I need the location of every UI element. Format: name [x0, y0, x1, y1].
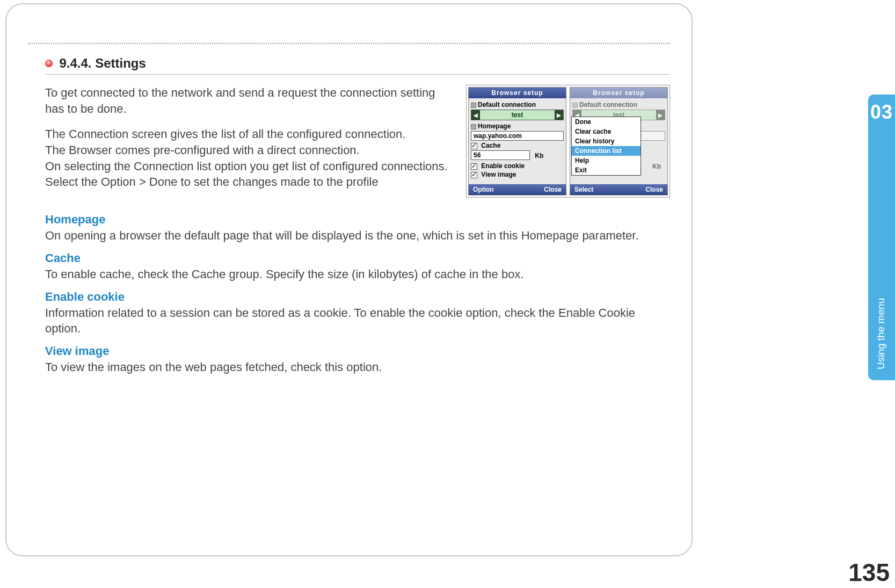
grip-icon	[471, 103, 476, 108]
menu-item-connection-list[interactable]: Connection list	[572, 146, 641, 156]
phone-a-softkey-right[interactable]: Close	[544, 186, 562, 193]
phone-a-cookie-checkbox[interactable]	[471, 163, 477, 170]
dotted-rule	[28, 43, 670, 44]
page-number: 135	[848, 558, 890, 587]
phone-a-cache-input[interactable]: 56	[471, 150, 530, 160]
phone-b-softkey-right[interactable]: Close	[645, 186, 663, 193]
phone-a-selector-value: test	[480, 110, 555, 120]
phone-screenshot-a: Browser setup Default connection ◀ test …	[468, 87, 566, 195]
definition-list: Homepage On opening a browser the defaul…	[45, 213, 670, 375]
phone-a-homepage-input[interactable]: wap.yahoo.com	[471, 131, 564, 141]
phone-a-title: Browser setup	[469, 88, 566, 98]
intro-p2: The Connection screen gives the list of …	[45, 126, 455, 190]
phone-screenshots: Browser setup Default connection ◀ test …	[466, 85, 670, 198]
phone-a-cache-unit: Kb	[535, 152, 543, 159]
phone-a-homepage-label: Homepage	[471, 122, 564, 130]
phone-a-cache-label: Cache	[481, 142, 500, 149]
body-area: To get connected to the network and send…	[45, 85, 670, 375]
menu-item-clear-cache[interactable]: Clear cache	[572, 127, 641, 136]
phone-screenshot-b: Browser setup Default connection ◀ test …	[570, 87, 668, 195]
phone-b-options-menu: Done Clear cache Clear history Connectio…	[571, 117, 641, 176]
arrow-left-icon[interactable]: ◀	[471, 110, 480, 120]
phone-a-connection-selector[interactable]: ◀ test ▶	[471, 110, 564, 120]
heading-text: 9.4.4. Settings	[59, 56, 145, 70]
section-heading: 9.4.4. Settings	[45, 56, 670, 75]
desc-cache: To enable cache, check the Cache group. …	[45, 266, 670, 282]
page-frame: 9.4.4. Settings To get connected to the …	[5, 3, 693, 556]
phone-a-defconn-label: Default connection	[471, 101, 564, 108]
arrow-right-icon[interactable]: ▶	[555, 110, 563, 120]
menu-item-done[interactable]: Done	[572, 117, 641, 127]
chapter-number: 03	[868, 101, 895, 124]
phone-b-title: Browser setup	[570, 88, 667, 98]
desc-homepage: On opening a browser the default page th…	[45, 228, 670, 244]
phone-a-cookie-label: Enable cookie	[481, 162, 525, 170]
term-homepage: Homepage	[45, 213, 670, 227]
desc-view-image: To view the images on the web pages fetc…	[45, 359, 670, 375]
menu-item-help[interactable]: Help	[572, 156, 641, 165]
phone-a-viewimage-checkbox[interactable]	[471, 172, 477, 178]
intro-p1: To get connected to the network and send…	[45, 85, 455, 117]
term-view-image: View image	[45, 344, 670, 358]
grip-icon	[471, 124, 476, 129]
phone-b-softkey-left[interactable]: Select	[574, 186, 593, 193]
phone-a-softkey-left[interactable]: Option	[473, 186, 494, 193]
grip-icon	[572, 103, 578, 108]
phone-b-cache-unit: Kb	[652, 163, 661, 170]
arrow-right-icon[interactable]: ▶	[656, 110, 665, 120]
intro-text: To get connected to the network and send…	[45, 85, 455, 200]
chapter-title: Using the menu	[875, 298, 888, 369]
phone-a-cache-checkbox[interactable]	[471, 143, 477, 149]
term-enable-cookie: Enable cookie	[45, 290, 670, 304]
term-cache: Cache	[45, 251, 670, 265]
desc-enable-cookie: Information related to a session can be …	[45, 305, 670, 337]
menu-item-exit[interactable]: Exit	[572, 165, 641, 175]
phone-a-viewimage-label: View image	[481, 171, 516, 178]
phone-b-defconn-label: Default connection	[572, 101, 665, 108]
bullet-icon	[45, 60, 53, 67]
menu-item-clear-history[interactable]: Clear history	[572, 136, 641, 146]
side-tab: 03 Using the menu	[868, 95, 895, 380]
